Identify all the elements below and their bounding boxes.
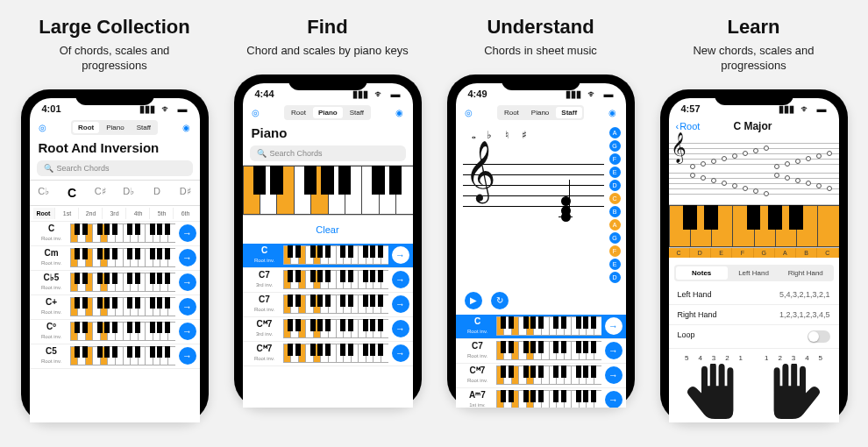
chord-detail-button[interactable]: → (392, 295, 409, 313)
chord-list[interactable]: CRoot inv.→CmRoot inv.→C♭5Root inv.→C+Ro… (30, 222, 200, 369)
seg-piano[interactable]: Piano (313, 107, 343, 118)
note-bubble[interactable]: C (609, 193, 621, 204)
chord-detail-button[interactable]: → (605, 342, 623, 359)
note-tab[interactable]: C♭ (30, 181, 58, 205)
chord-row[interactable]: CRoot inv.→ (30, 222, 200, 246)
view-segmented-control[interactable]: Root Piano Staff (71, 120, 158, 135)
chord-row[interactable]: CmRoot inv.→ (30, 246, 200, 271)
seg-staff[interactable]: Staff (556, 107, 582, 118)
chord-row[interactable]: Cᴹ7Root inv.→ (243, 342, 413, 366)
chord-row[interactable]: Cᴹ7Root inv.→ (456, 364, 626, 388)
chord-row[interactable]: CºRoot inv.→ (30, 320, 200, 344)
note-bubble[interactable]: D (609, 272, 621, 283)
note-bubble[interactable]: A (609, 127, 621, 138)
repeat-button[interactable]: ↻ (491, 292, 509, 309)
chord-detail-button[interactable]: → (392, 246, 409, 264)
chord-list[interactable]: CRoot inv.→C7Root inv.→Cᴹ7Root inv.→Aᵐ71… (456, 315, 626, 408)
note-selector-column[interactable]: AGFEDCBAGFED (609, 127, 621, 283)
seg-piano[interactable]: Piano (526, 107, 554, 118)
clear-button[interactable]: Clear (243, 216, 413, 244)
chord-row[interactable]: C+Root inv.→ (30, 295, 200, 320)
filter-icon[interactable]: ◉ (607, 106, 619, 118)
chord-detail-button[interactable]: → (179, 347, 196, 365)
inv-tab[interactable]: 1st (57, 208, 79, 219)
chord-detail-button[interactable]: → (392, 320, 409, 337)
view-segmented-control[interactable]: Root Piano Staff (497, 105, 584, 120)
chord-detail-button[interactable]: → (179, 298, 196, 316)
note-bubble[interactable]: F (609, 153, 621, 165)
piano-keyboard[interactable] (243, 165, 413, 216)
seg-root[interactable]: Root (499, 107, 524, 118)
chord-detail-button[interactable]: → (605, 391, 623, 408)
note-bubble[interactable]: B (609, 206, 621, 217)
chord-detail-button[interactable]: → (605, 366, 623, 384)
search-input[interactable]: 🔍 Search Chords (250, 145, 406, 161)
note-tab[interactable]: C♯ (86, 181, 114, 205)
chord-detail-button[interactable]: → (179, 323, 196, 340)
note-bubble[interactable]: A (609, 219, 621, 231)
chord-detail-button[interactable]: → (392, 271, 409, 288)
inv-tab[interactable]: 6th (175, 208, 196, 219)
filter-icon[interactable]: ◉ (394, 106, 406, 118)
chord-row[interactable]: C♭5Root inv.→ (30, 271, 200, 295)
inv-tab[interactable]: 2nd (81, 208, 103, 219)
chord-detail-button[interactable]: → (605, 317, 623, 335)
tab-notes[interactable]: Notes (676, 266, 728, 280)
chord-detail-button[interactable]: → (179, 249, 196, 266)
inv-tab[interactable]: 5th (152, 208, 174, 219)
inv-tab[interactable]: 3rd (104, 208, 126, 219)
whole-note-icon[interactable]: 𝅝 (466, 129, 477, 141)
chord-row[interactable]: C7Root inv.→ (243, 293, 413, 317)
chord-row[interactable]: Aᵐ71st inv.→ (456, 388, 626, 408)
search-input[interactable]: 🔍 Search Chords (37, 160, 193, 176)
note-tab[interactable]: D♭ (114, 181, 142, 205)
note-bubble[interactable]: F (609, 245, 621, 257)
chord-list[interactable]: CRoot inv.→C73rd inv.→C7Root inv.→Cᴹ73rd… (243, 244, 413, 366)
tab-left-hand[interactable]: Left Hand (728, 266, 779, 280)
settings-icon[interactable]: ◎ (250, 106, 262, 118)
chord-detail-button[interactable]: → (179, 224, 196, 242)
loop-toggle[interactable] (808, 330, 830, 343)
settings-icon[interactable]: ◎ (37, 121, 49, 133)
chord-row[interactable]: C7Root inv.→ (456, 339, 626, 364)
loop-row[interactable]: Loop (669, 325, 839, 349)
view-segmented-control[interactable]: Root Piano Staff (284, 105, 371, 120)
learn-tabs[interactable]: Notes Left Hand Right Hand (674, 265, 834, 281)
chord-row[interactable]: Cᴹ73rd inv.→ (243, 317, 413, 342)
seg-staff[interactable]: Staff (132, 122, 156, 133)
note-bubble[interactable]: E (609, 167, 621, 178)
note-bubble[interactable]: G (609, 232, 621, 244)
chord-row[interactable]: CRoot inv.→ (456, 315, 626, 339)
note-tab[interactable]: C (58, 181, 86, 205)
sharp-icon[interactable]: ♯ (519, 129, 530, 141)
natural-icon[interactable]: ♮ (502, 129, 512, 141)
root-note-tabs[interactable]: C♭ C C♯ D♭ D D♯ (30, 180, 200, 206)
left-hand-row[interactable]: Left Hand 5,4,3,2,1,3,2,1 (669, 285, 839, 305)
settings-icon[interactable]: ◎ (463, 106, 475, 118)
scale-piano[interactable] (669, 204, 839, 248)
seg-root[interactable]: Root (286, 107, 311, 118)
note-bubble[interactable]: G (609, 140, 621, 152)
chord-detail-button[interactable]: → (392, 344, 409, 362)
seg-piano[interactable]: Piano (101, 122, 129, 133)
chord-detail-button[interactable]: → (179, 273, 196, 291)
music-staff[interactable]: 𝅝 ♭ ♮ ♯ 𝄞 (463, 127, 604, 283)
chord-row[interactable]: CRoot inv.→ (243, 244, 413, 268)
inv-tab[interactable]: Root (33, 208, 55, 219)
seg-staff[interactable]: Staff (345, 107, 369, 118)
note-bubble[interactable]: D (609, 180, 621, 191)
flat-icon[interactable]: ♭ (484, 129, 494, 141)
note-bubble[interactable]: E (609, 259, 621, 270)
chord-row[interactable]: C5Root inv.→ (30, 344, 200, 369)
note-tab[interactable]: D♯ (171, 181, 199, 205)
seg-root[interactable]: Root (73, 122, 99, 133)
note-tab[interactable]: D (143, 181, 171, 205)
tab-right-hand[interactable]: Right Hand (779, 266, 831, 280)
back-button[interactable]: ‹ Root (676, 121, 701, 131)
right-hand-row[interactable]: Right Hand 1,2,3,1,2,3,4,5 (669, 305, 839, 325)
chord-row[interactable]: C73rd inv.→ (243, 268, 413, 293)
inversion-tabs[interactable]: Root 1st 2nd 3rd 4th 5th 6th (30, 206, 200, 222)
filter-icon[interactable]: ◉ (181, 121, 193, 133)
inv-tab[interactable]: 4th (128, 208, 150, 219)
play-button[interactable]: ▶ (465, 292, 482, 309)
